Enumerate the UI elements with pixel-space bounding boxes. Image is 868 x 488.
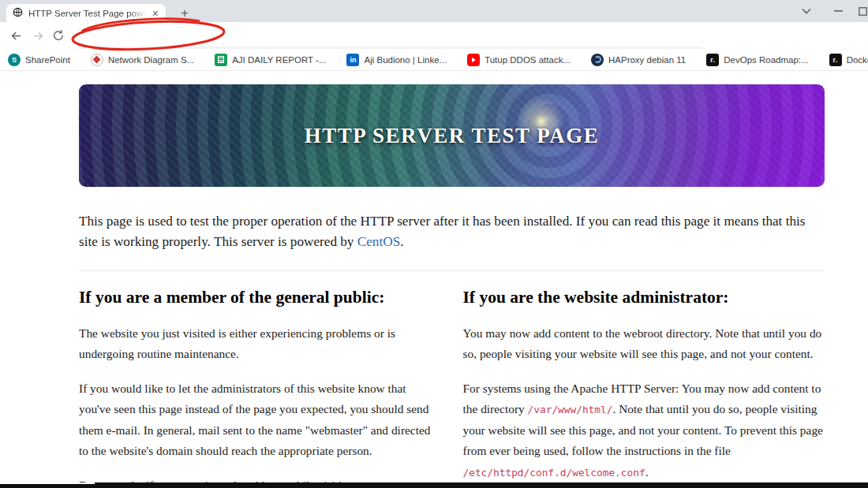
- administrator-column: If you are the website administrator: Yo…: [463, 288, 825, 482]
- back-button[interactable]: [8, 28, 24, 43]
- bookmark-docker-roadmap[interactable]: r. Docker Roadmap -...: [829, 54, 868, 66]
- roadmap-icon: r.: [829, 54, 842, 66]
- tab-close-icon[interactable]: ×: [152, 8, 159, 19]
- tab-title: HTTP Server Test Page powered: [28, 9, 146, 18]
- haproxy-icon: [591, 54, 604, 66]
- bookmark-devops-roadmap[interactable]: r. DevOps Roadmap:...: [706, 54, 808, 66]
- diagram-icon: [91, 54, 103, 66]
- horizontal-divider: [79, 270, 825, 271]
- code-path: /etc/httpd/conf.d/welcome.conf: [463, 467, 645, 479]
- google-sheets-icon: [215, 54, 227, 66]
- paragraph: If you would like to let the administrat…: [79, 378, 441, 462]
- bookmarks-bar: S SharePoint Network Diagram S... AJI DA…: [0, 49, 868, 71]
- bookmark-linkedin[interactable]: in Aji Budiono | Linke...: [346, 54, 447, 66]
- bookmark-youtube[interactable]: Tutup DDOS attack...: [467, 54, 571, 66]
- paragraph: For systems using the Apache HTTP Server…: [463, 378, 825, 482]
- tab-http-server-test-page[interactable]: HTTP Server Test Page powered ×: [6, 4, 166, 22]
- bottom-edge-notch: [0, 482, 95, 484]
- tab-strip: HTTP Server Test Page powered × +: [0, 0, 868, 22]
- general-public-heading: If you are a member of the general publi…: [79, 288, 441, 307]
- youtube-icon: [467, 54, 480, 66]
- sharepoint-icon: S: [8, 54, 21, 66]
- page-title: HTTP SERVER TEST PAGE: [305, 124, 599, 148]
- linkedin-icon: in: [346, 54, 359, 66]
- globe-favicon-icon: [13, 6, 23, 20]
- reload-button[interactable]: [51, 28, 66, 43]
- minimize-button[interactable]: [827, 0, 849, 22]
- roadmap-icon: r.: [706, 54, 719, 66]
- bottom-screen-edge: [0, 482, 868, 488]
- bookmark-aji-daily-report[interactable]: AJI DAILY REPORT -...: [215, 54, 326, 66]
- code-path: /var/www/html/: [528, 404, 613, 415]
- browser-window: HTTP Server Test Page powered × + Not: [0, 0, 868, 488]
- paragraph: The website you just visited is either e…: [79, 323, 441, 365]
- maximize-button[interactable]: [857, 0, 868, 22]
- paragraph: For example, if you experienced problems…: [79, 475, 441, 482]
- centos-link[interactable]: CentOS: [357, 234, 400, 249]
- paragraph: You may now add content to the webroot d…: [463, 323, 825, 365]
- browser-toolbar: Not secure 192.168.77.83 a: [0, 22, 868, 49]
- forward-button[interactable]: [30, 28, 46, 43]
- new-tab-button[interactable]: +: [175, 4, 194, 23]
- bookmark-haproxy[interactable]: HAProxy debian 11: [591, 54, 686, 66]
- intro-paragraph: This page is used to test the proper ope…: [79, 211, 822, 252]
- tab-search-chevron-icon[interactable]: [795, 0, 817, 22]
- page-content: HTTP SERVER TEST PAGE This page is used …: [0, 71, 868, 482]
- banner-image: HTTP SERVER TEST PAGE: [79, 84, 825, 187]
- general-public-column: If you are a member of the general publi…: [79, 288, 441, 482]
- administrator-heading: If you are the website administrator:: [463, 288, 825, 307]
- bookmark-network-diagram[interactable]: Network Diagram S...: [91, 54, 194, 66]
- bookmark-sharepoint[interactable]: S SharePoint: [8, 54, 70, 66]
